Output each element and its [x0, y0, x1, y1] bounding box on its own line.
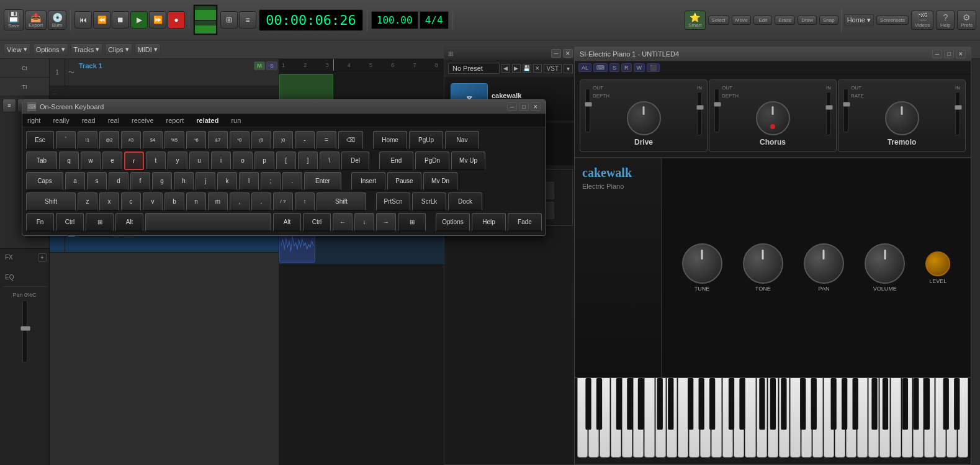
piano-key-d6[interactable] [824, 378, 834, 458]
key-4[interactable]: $4 [143, 131, 163, 150]
piano-key-a7[interactable] [946, 378, 957, 458]
key-enter[interactable]: Enter [304, 172, 341, 191]
play-button[interactable]: ▶ [130, 11, 148, 29]
key-rbracket[interactable]: ] [298, 151, 318, 170]
key-t[interactable]: t [146, 151, 166, 170]
ti-tab[interactable]: TI [0, 78, 49, 96]
help-button[interactable]: ?Help [936, 11, 955, 30]
key-backtick[interactable]: ` [56, 131, 76, 150]
edit-button[interactable]: Edit [753, 16, 772, 25]
piano-key-d5[interactable] [745, 378, 755, 458]
key-rwin[interactable]: ⊞ [398, 213, 426, 232]
key-m[interactable]: m [208, 192, 228, 211]
key-lalt[interactable]: Alt [115, 213, 143, 232]
key-space[interactable] [145, 213, 271, 232]
select-button[interactable]: Select [708, 16, 729, 25]
key-1[interactable]: !1 [78, 131, 97, 150]
si-al-btn[interactable]: AL [578, 63, 591, 72]
key-pgup[interactable]: PgUp [409, 131, 443, 150]
key-fade[interactable]: Fade [508, 213, 542, 232]
key-rshift[interactable]: Shift [317, 192, 366, 211]
view-dropdown[interactable]: View ▾ [4, 43, 30, 55]
piano-key-g5[interactable] [779, 378, 789, 458]
key-nav[interactable]: Nav [445, 131, 479, 150]
key-g[interactable]: g [152, 172, 172, 191]
chorus-in-slider[interactable] [826, 92, 831, 135]
key-p[interactable]: p [254, 151, 274, 170]
tempo-display[interactable]: 100.00 [371, 11, 418, 29]
key-j[interactable]: j [196, 172, 215, 191]
drive-depth-knob[interactable] [627, 101, 661, 135]
screensets-button[interactable]: Screensets [876, 16, 909, 25]
key-home[interactable]: Home [373, 131, 407, 150]
key-u[interactable]: u [189, 151, 209, 170]
drive-in-slider[interactable] [697, 92, 702, 135]
ci-tab[interactable]: CI [0, 59, 49, 78]
back-to-start-button[interactable]: ⏮ [74, 11, 92, 29]
tune-knob[interactable] [682, 243, 722, 284]
si-ext-btn[interactable]: ⬛ [647, 63, 660, 72]
key-n[interactable]: n [186, 192, 206, 211]
tracks-dropdown[interactable]: Tracks ▾ [71, 43, 103, 55]
export-button[interactable]: 📤 Export [25, 11, 47, 30]
options-dropdown[interactable]: Options ▾ [33, 43, 68, 55]
piano-key-g4[interactable] [700, 378, 711, 458]
osk-close-btn[interactable]: ✕ [531, 102, 541, 111]
key-up[interactable]: ↑ [295, 192, 315, 211]
key-lbracket[interactable]: [ [276, 151, 296, 170]
key-prtscn[interactable]: PrtScn [376, 192, 410, 211]
piano-key-b7[interactable] [958, 378, 968, 458]
key-f[interactable]: f [130, 172, 150, 191]
key-backslash[interactable]: \ [320, 151, 339, 170]
piano-key-b4[interactable] [722, 378, 733, 458]
stop-button[interactable]: ⏹ [112, 11, 129, 29]
piano-key-b3[interactable] [644, 378, 655, 458]
key-d[interactable]: d [109, 172, 128, 191]
time-sig-display[interactable]: 4/4 [420, 11, 449, 29]
tremolo-out-slider[interactable] [843, 89, 848, 132]
key-scrlk[interactable]: ScrLk [412, 192, 446, 211]
key-7[interactable]: &7 [208, 131, 228, 150]
piano-key-c5[interactable] [734, 378, 744, 458]
word-right[interactable]: right [27, 117, 40, 124]
si-r-btn[interactable]: R [621, 63, 632, 72]
save-button[interactable]: 💾 Save [4, 9, 24, 30]
key-tab[interactable]: Tab [26, 151, 57, 170]
record-button[interactable]: ● [168, 11, 185, 29]
key-pause[interactable]: Pause [387, 172, 421, 191]
key-lshift[interactable]: Shift [26, 192, 76, 211]
key-mvup[interactable]: Mv Up [451, 151, 485, 170]
piano-key-c4[interactable] [655, 378, 666, 458]
si-maximize-btn[interactable]: □ [944, 50, 954, 58]
key-a[interactable]: a [65, 172, 85, 191]
key-equals[interactable]: = [317, 131, 336, 150]
snap-button[interactable]: Snap [819, 16, 838, 25]
preset-prev-btn[interactable]: ◀ [501, 64, 510, 73]
videos-button[interactable]: 🎬Videos [911, 11, 933, 30]
word-related[interactable]: related [196, 117, 218, 124]
si-s-btn[interactable]: S [609, 63, 619, 72]
chorus-depth-knob[interactable] [756, 101, 790, 135]
key-mvdn[interactable]: Mv Dn [423, 172, 457, 191]
key-9[interactable]: (9 [251, 131, 271, 150]
piano-key-g3[interactable] [622, 378, 632, 458]
tremolo-in-slider[interactable] [955, 92, 960, 135]
key-8[interactable]: *8 [230, 131, 249, 150]
key-right[interactable]: → [376, 213, 396, 232]
chorus-out-slider[interactable] [714, 89, 719, 132]
si-w-btn[interactable]: W [634, 63, 645, 72]
level-knob[interactable] [925, 251, 950, 276]
key-3[interactable]: #3 [121, 131, 141, 150]
volume-knob[interactable] [865, 243, 905, 284]
key-x[interactable]: x [99, 192, 119, 211]
piano-key-e7[interactable] [913, 378, 924, 458]
key-l[interactable]: l [239, 172, 259, 191]
burn-button[interactable]: 💿 Burn [48, 11, 66, 30]
key-fn[interactable]: Fn [26, 213, 54, 232]
piano-key-f5[interactable] [768, 378, 778, 458]
vst-label[interactable]: VST [544, 64, 562, 73]
fx-add-btn[interactable]: + [38, 253, 47, 262]
word-really[interactable]: really [53, 117, 69, 124]
key-w[interactable]: w [81, 151, 101, 170]
key-2[interactable]: @2 [99, 131, 119, 150]
